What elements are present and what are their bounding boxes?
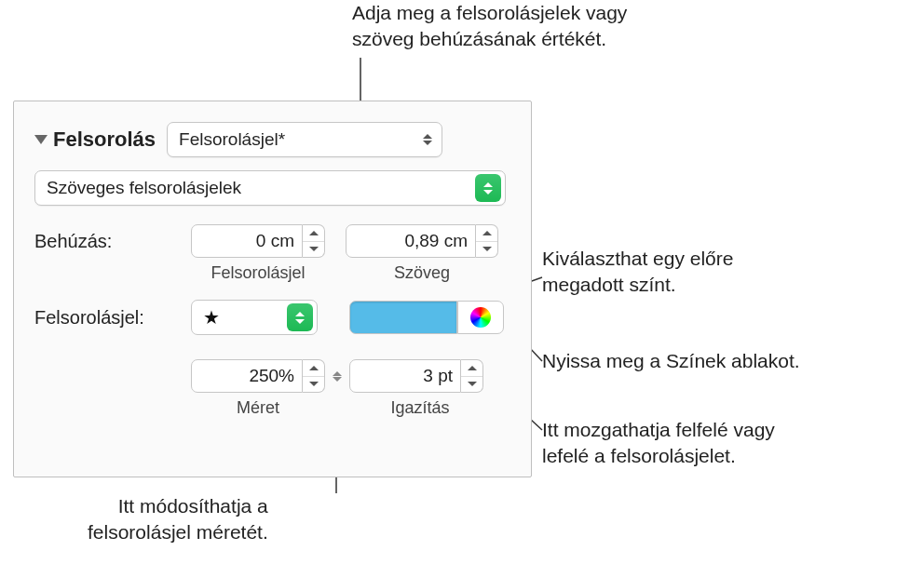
stepper-up-icon[interactable] [303, 360, 324, 377]
bullet-style-select[interactable]: Felsorolásjel* [167, 122, 442, 157]
stepper-down-icon[interactable] [303, 242, 324, 258]
bullet-panel: Felsorolás Felsorolásjel* Szöveges felso… [13, 101, 532, 477]
indent-label: Behúzás: [34, 231, 191, 252]
size-input[interactable] [191, 359, 303, 393]
callout-size: Itt módosíthatja a felsorolásjel méretét… [88, 493, 268, 546]
size-sublabel: Méret [191, 398, 325, 418]
callout-align: Itt mozgathatja felfelé vagy lefelé a fe… [542, 417, 775, 470]
stepper-down-icon[interactable] [303, 377, 324, 393]
star-icon: ★ [203, 306, 220, 329]
stepper-buttons[interactable] [461, 359, 483, 393]
callout-open-colors: Nyissa meg a Színek ablakot. [542, 348, 800, 374]
indent-bullet-sublabel: Felsorolásjel [191, 263, 325, 283]
stepper-buttons[interactable] [303, 359, 325, 393]
indent-text-sublabel: Szöveg [346, 263, 498, 283]
align-sublabel: Igazítás [353, 398, 487, 418]
indent-text-stepper[interactable] [346, 224, 498, 258]
color-wheel-icon [470, 307, 491, 328]
color-picker-button[interactable] [457, 301, 504, 334]
stepper-buttons[interactable] [303, 224, 325, 258]
bullet-style-selected: Felsorolásjel* [179, 129, 415, 150]
bullet-color-well[interactable] [349, 301, 457, 334]
vertical-align-indicator-icon [333, 371, 342, 382]
indent-bullet-stepper[interactable] [191, 224, 325, 258]
bullet-glyph-label: Felsorolásjel: [34, 307, 191, 329]
stepper-down-icon[interactable] [461, 377, 482, 393]
chevron-updown-accent-icon [475, 174, 501, 202]
bullet-subtype-selected: Szöveges felsorolásjelek [47, 178, 475, 198]
bullet-glyph-select[interactable]: ★ [191, 300, 318, 335]
chevron-updown-accent-icon [287, 303, 313, 331]
disclosure-triangle-icon[interactable] [34, 135, 48, 144]
size-stepper[interactable] [191, 359, 325, 393]
stepper-buttons[interactable] [476, 224, 498, 258]
stepper-down-icon[interactable] [476, 242, 497, 258]
stepper-up-icon[interactable] [303, 225, 324, 242]
align-stepper[interactable] [349, 359, 483, 393]
bullet-subtype-select[interactable]: Szöveges felsorolásjelek [34, 170, 506, 206]
stepper-up-icon[interactable] [476, 225, 497, 242]
indent-text-input[interactable] [346, 224, 476, 258]
indent-bullet-input[interactable] [191, 224, 303, 258]
stepper-up-icon[interactable] [461, 360, 482, 377]
chevron-updown-icon [423, 134, 432, 145]
align-input[interactable] [349, 359, 461, 393]
callout-preset-color: Kiválaszthat egy előre megadott színt. [542, 246, 733, 299]
section-title: Felsorolás [53, 128, 156, 152]
